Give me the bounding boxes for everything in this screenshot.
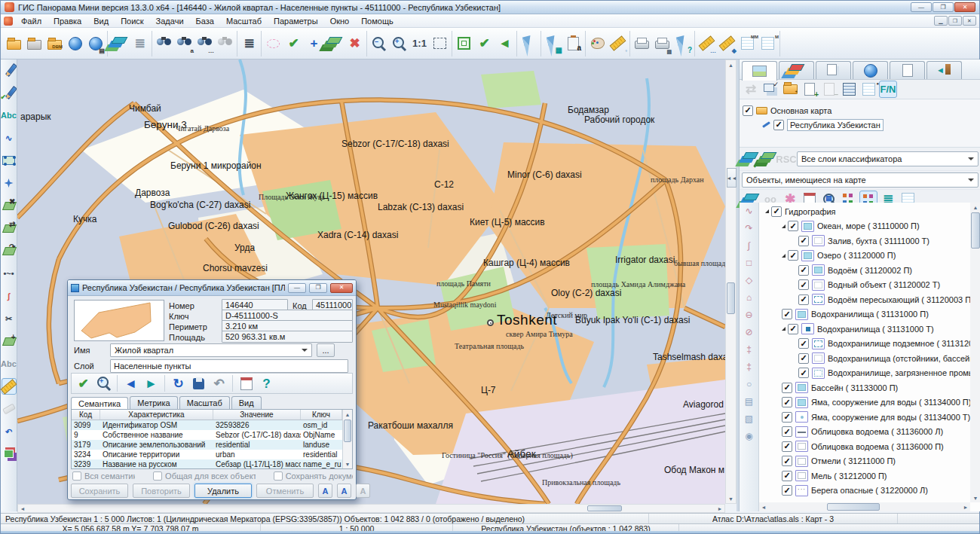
create-tool-icon[interactable]: ↷ <box>745 223 752 233</box>
add-map-icon[interactable]: + <box>801 81 819 98</box>
layer-tree-row[interactable]: ✓Отмели ( 31211000 П) <box>759 454 970 469</box>
layer-tree-row[interactable]: ✓Водохранилища (отстойники, бассейн <box>759 351 970 366</box>
layer-tree-row[interactable]: ✓Яма, сооружение для воды ( 31134000 П) <box>759 395 970 410</box>
maximize-button[interactable]: ❐ <box>933 2 954 12</box>
grid-m-icon[interactable]: M <box>758 34 777 53</box>
layer-tree-row[interactable]: ✓Водоём ( 31120002 П) <box>759 263 970 278</box>
layer-checkbox[interactable]: ✓ <box>798 236 809 246</box>
merge-objects-icon[interactable]: + <box>2 333 17 349</box>
layer-composition-icon[interactable] <box>110 34 129 53</box>
rsc-edit-icon[interactable]: RSC <box>778 149 795 169</box>
button-Удалить[interactable]: Удалить <box>194 484 252 498</box>
menu-Масштаб[interactable]: Масштаб <box>220 15 268 27</box>
menu-Помощь[interactable]: Помощь <box>355 15 400 27</box>
object-info-icon[interactable]: ▦ <box>544 34 562 53</box>
undo-icon[interactable]: ↶ <box>2 423 17 440</box>
image-gallery-icon[interactable] <box>2 446 17 462</box>
cut-object-icon[interactable]: ✂ <box>2 310 17 327</box>
tab-lists[interactable] <box>816 61 851 79</box>
semantic-type-button[interactable]: A <box>318 484 332 498</box>
create-tool-icon[interactable]: ○ <box>746 379 752 389</box>
map-vertical-scrollbar[interactable]: ▲ ▼ <box>725 60 737 504</box>
zoom-out-icon[interactable]: – <box>369 34 388 53</box>
table-row[interactable]: 3179Описание землепользованийresidential… <box>72 440 342 450</box>
dialog-close-button[interactable]: ✕ <box>330 283 353 293</box>
close-map-icon[interactable]: – <box>820 81 838 98</box>
layer-checkbox[interactable]: ✓ <box>788 324 798 334</box>
create-tool-icon[interactable]: ‡ <box>746 344 752 355</box>
layer-tree-row[interactable]: ✓Бассейн ( 31133000 П) <box>759 380 970 395</box>
scroll-up-icon[interactable]: ▲ <box>343 410 352 419</box>
create-tool-icon[interactable]: ‡ <box>746 362 752 372</box>
name-combobox[interactable]: Жилой квартал <box>110 343 312 357</box>
table-row[interactable]: 9Собственное названиеSebzor (C-17/C-18) … <box>72 430 342 440</box>
checkbox-icon[interactable] <box>72 471 81 481</box>
create-rectangle-icon[interactable] <box>2 152 17 169</box>
tree-hscroll-thumb[interactable] <box>827 503 880 511</box>
scroll-up-icon[interactable]: ▲ <box>970 203 980 212</box>
mdi-restore-button[interactable]: ❐ <box>948 16 962 26</box>
expand-icon[interactable] <box>782 327 786 331</box>
map-checkbox[interactable]: ✓ <box>773 120 784 130</box>
create-tool-icon[interactable]: ⊖ <box>745 310 752 320</box>
tab-map-view[interactable] <box>742 61 777 81</box>
name-more-button[interactable]: ... <box>317 343 335 357</box>
column-header[interactable]: Характеристика <box>100 410 213 420</box>
menu-Задачи[interactable]: Задачи <box>150 15 190 27</box>
close-button[interactable]: ✕ <box>954 2 975 12</box>
tab-document[interactable] <box>890 61 925 79</box>
layer-checkbox[interactable]: ✓ <box>782 397 792 407</box>
expand-icon[interactable] <box>782 254 786 258</box>
layers-view-icon[interactable] <box>760 149 776 169</box>
object-list-icon[interactable]: ≣ <box>240 34 259 53</box>
layer-tree-row[interactable]: ✓Яма, сооружение для воды ( 31134000 Т) <box>759 410 970 425</box>
menu-Правка[interactable]: Правка <box>47 15 87 27</box>
scale-1-1-icon[interactable]: 1:1 <box>410 34 429 53</box>
create-tool-icon[interactable]: ▤ <box>745 396 753 407</box>
tab-map-view-icon[interactable] <box>750 62 769 81</box>
menu-Вид[interactable]: Вид <box>87 15 115 27</box>
table-row[interactable]: 3234Описание территорииurbanresidential <box>72 450 342 459</box>
undo-icon[interactable]: ↶ <box>210 374 228 393</box>
layer-checkbox[interactable]: ✓ <box>788 250 798 261</box>
layer-checkbox[interactable]: ✓ <box>782 412 792 423</box>
layer-tree-row[interactable]: ✓Водохранилище подземное ( 3113120 <box>759 337 970 352</box>
column-header[interactable]: Значение <box>213 410 301 420</box>
tree-horizontal-scrollbar[interactable]: ◄ ► <box>759 502 970 511</box>
create-polyline-icon[interactable]: ∿ <box>2 130 17 146</box>
scroll-left-icon[interactable]: ◄ <box>18 505 27 512</box>
select-ellipse-icon[interactable] <box>264 34 283 53</box>
scroll-down-icon[interactable]: ▼ <box>343 459 352 468</box>
add-search-icon[interactable]: + <box>94 374 113 393</box>
calculation-icon[interactable] <box>237 374 256 393</box>
map-passport-icon[interactable]: ▤ <box>86 34 105 53</box>
mdi-close-button[interactable]: ✕ <box>963 16 976 26</box>
layer-checkbox[interactable]: ✓ <box>798 294 809 305</box>
matrix-mode-icon[interactable] <box>840 81 858 98</box>
tab-classifier[interactable] <box>779 61 814 79</box>
layer-tree-row[interactable]: ✓Водохранилища ( 31131000 П) <box>759 307 970 322</box>
menu-Окно[interactable]: Окно <box>324 15 356 27</box>
create-object-icon[interactable] <box>2 62 17 78</box>
move-object-icon[interactable] <box>2 175 17 191</box>
tab-close-panel[interactable] <box>926 61 962 79</box>
refresh-icon[interactable]: ↻ <box>169 374 188 393</box>
refresh-composition-icon[interactable]: ⇄ <box>742 81 760 98</box>
tree-vertical-scrollbar[interactable]: ▲ ▼ <box>970 203 980 502</box>
layer-tree-row[interactable]: ✓Озеро ( 31120000 П) <box>759 249 970 264</box>
print-icon[interactable] <box>632 34 651 53</box>
layer-checkbox[interactable]: ✓ <box>788 221 798 231</box>
create-tool-icon[interactable]: □ <box>746 258 752 268</box>
delete-object-icon[interactable]: ✖ <box>2 197 17 214</box>
tab-lists-icon[interactable] <box>824 61 843 81</box>
create-tool-icon[interactable]: ⌂ <box>746 292 752 303</box>
apply-icon[interactable]: ✔ <box>74 374 93 393</box>
layer-tree-row[interactable]: ✓Берега опасные ( 31220000 Л) <box>759 484 970 499</box>
find-advanced-icon[interactable]: … <box>195 34 214 53</box>
dialog-minimize-button[interactable]: — <box>288 283 306 293</box>
grid-mm-icon[interactable]: MM <box>738 34 757 53</box>
expand-icon[interactable] <box>782 224 786 228</box>
column-header[interactable]: Код <box>72 410 100 420</box>
create-tool-icon[interactable]: ⊘ <box>745 327 752 337</box>
select-clear-icon[interactable]: ✖ <box>345 34 364 53</box>
